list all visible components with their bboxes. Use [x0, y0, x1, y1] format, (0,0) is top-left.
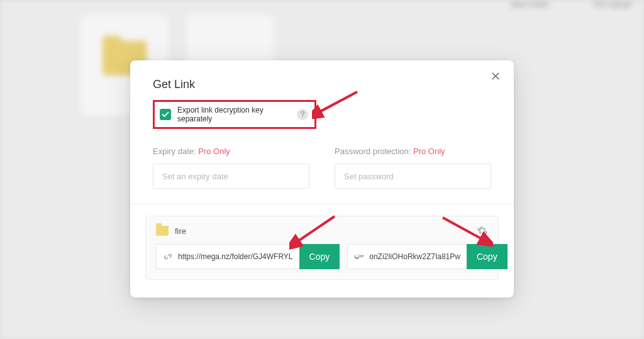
item-name: fire [175, 226, 470, 236]
expiry-label: Expiry date: Pro Only [153, 147, 309, 156]
close-button[interactable] [489, 69, 502, 83]
get-link-dialog: Get Link Export link decryption key sepa… [130, 60, 514, 297]
copy-link-button[interactable]: Copy [299, 244, 340, 269]
close-icon [491, 71, 501, 81]
highlight-box: Export link decryption key separately ? [153, 100, 316, 129]
share-link-field[interactable]: https://mega.nz/folder/GJ4WFRYL [156, 244, 299, 269]
result-panel: fire https://mega.nz/folder/GJ4WFRYL Cop… [145, 216, 499, 280]
key-icon [354, 252, 364, 262]
pro-only-badge: Pro Only [198, 147, 230, 156]
share-link-value: https://mega.nz/folder/GJ4WFRYL [178, 252, 293, 261]
decryption-key-value: onZi2IiOHoRkw2Z7Ia81Pw [369, 252, 460, 261]
help-button[interactable]: ? [297, 109, 308, 120]
export-key-label: Export link decryption key separately [177, 106, 291, 123]
dialog-title: Get Link [153, 78, 491, 91]
decryption-key-field[interactable]: onZi2IiOHoRkw2Z7Ia81Pw [347, 244, 467, 269]
check-icon [162, 111, 169, 118]
copy-key-button[interactable]: Copy [467, 244, 508, 269]
key-field-group: onZi2IiOHoRkw2Z7Ia81Pw Copy [347, 244, 507, 269]
gear-icon[interactable] [477, 225, 488, 236]
link-icon [163, 252, 173, 262]
export-key-checkbox[interactable] [160, 109, 171, 120]
folder-icon [156, 226, 169, 236]
pro-only-badge: Pro Only [413, 147, 445, 156]
password-label: Password protection: Pro Only [335, 147, 491, 156]
password-input[interactable]: Set password [335, 164, 491, 189]
expiry-date-input[interactable]: Set an expiry date [153, 164, 309, 189]
link-field-group: https://mega.nz/folder/GJ4WFRYL Copy [156, 244, 340, 269]
